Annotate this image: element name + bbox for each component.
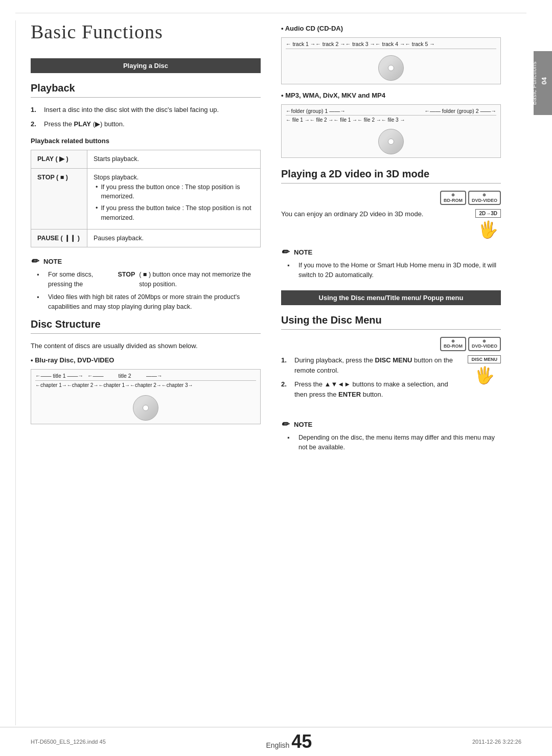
bluray-label: • Blu-ray Disc, DVD-VIDEO	[31, 356, 261, 364]
file1: ← file 1 →	[286, 117, 310, 123]
audio-cd-diagram: ← track 1 → ← track 2 → ← track 3 → ← tr…	[281, 37, 501, 84]
disc-structure-intro: The content of discs are usually divided…	[31, 341, 261, 351]
disc-menu-step-2: 2. Press the ▲▼◄► buttons to make a sele…	[281, 379, 462, 399]
margin-line-top	[15, 13, 526, 13]
tab-number: 04	[540, 77, 548, 84]
playing-disc-header: Playing a Disc	[31, 58, 261, 73]
note-title-disc: ✏ NOTE	[281, 419, 501, 430]
disc-menu-step-2-text: Press the ▲▼◄► buttons to make a selecti…	[294, 379, 462, 399]
table-row-play: PLAY ( ▶ ) Starts playback.	[31, 150, 261, 169]
disc-menu-header-text: Using the Disc menu/Title menu/ Popup me…	[319, 294, 464, 302]
page-number-area: English 45	[266, 732, 312, 751]
bluray-disc-icon	[35, 392, 256, 421]
note-list-playback: For some discs, pressing the STOP ( ■ ) …	[31, 270, 261, 311]
note-label-disc: NOTE	[294, 421, 312, 428]
bd-rom-badge: ⊕ BD-ROM	[440, 191, 466, 205]
disc-menu-hand-area: DISC MENU 🖐	[468, 355, 501, 385]
note-label-3d: NOTE	[294, 248, 312, 256]
folder2: ←—— folder (group) 2 ——→	[424, 108, 496, 114]
note-list-3d: If you move to the Home or Smart Hub Hom…	[281, 261, 501, 280]
table-row-stop: STOP ( ■ ) Stops playback. If you press …	[31, 168, 261, 229]
stop-button-value: Stops playback. If you press the button …	[87, 168, 261, 229]
bluray-bullet-text: • Blu-ray Disc, DVD-VIDEO	[31, 356, 114, 364]
stop-button-key: STOP ( ■ )	[31, 168, 87, 229]
track5: ← track 5 →	[405, 41, 434, 47]
folder1: ←folder (group) 1 ——→	[286, 108, 346, 114]
stop-note-1: If you press the button once : The stop …	[94, 182, 254, 202]
right-column: • Audio CD (CD-DA) ← track 1 → ← track 2…	[281, 20, 501, 696]
disc-circle-bluray	[133, 395, 158, 421]
page-number: 45	[291, 732, 312, 751]
track3: ← track 3 →	[346, 41, 375, 47]
disc-menu-header: Using the Disc menu/Title menu/ Popup me…	[281, 290, 501, 305]
stop-note-2: If you press the button twice : The stop…	[94, 203, 254, 223]
disc-menu-bd-circle: ⊕	[451, 339, 455, 344]
step-1-text: Insert a disc into the disc slot with th…	[44, 105, 261, 115]
note-section-disc: ✏ NOTE Depending on the disc, the menu i…	[281, 419, 501, 452]
disc-menu-dvd-label: DVD-VIDEO	[472, 343, 497, 349]
note-pen-3d-icon: ✏	[281, 246, 289, 258]
footer: HT-D6500_ELS_1226.indd 45 English 45 201…	[0, 727, 552, 756]
disc-menu-badge: DISC MENU	[468, 355, 501, 363]
margin-line-left	[15, 20, 16, 725]
chapter1: ←chapter 1→	[35, 382, 67, 388]
chapter4: ←chapter 2→	[130, 382, 162, 388]
button-table: PLAY ( ▶ ) Starts playback. STOP ( ■ ) S…	[31, 150, 261, 247]
hand-icon: 🖐	[478, 220, 498, 239]
note-pen-disc-icon: ✏	[281, 419, 289, 430]
table-row-pause: PAUSE ( ❙❙ ) Pauses playback.	[31, 229, 261, 247]
note-label-playback: NOTE	[43, 258, 62, 265]
3d-badge-hand: 2D→3D 🖐	[475, 209, 501, 239]
disc-menu-step-1: 1. During playback, press the DISC MENU …	[281, 355, 462, 375]
left-column: Basic Functions Playing a Disc Playback …	[31, 20, 261, 696]
note-section-3d: ✏ NOTE If you move to the Home or Smart …	[281, 246, 501, 280]
audio-cd-label: • Audio CD (CD-DA)	[281, 25, 501, 32]
disc-menu-step-2-num: 2.	[281, 379, 290, 399]
disc-circle-audio	[378, 55, 404, 81]
disc-menu-dvd-circle: ⊕	[482, 339, 486, 344]
3d-icons-area: ⊕ BD-ROM ⊕ DVD-VIDEO	[281, 191, 501, 205]
video-3d-title: Playing a 2D video in 3D mode	[281, 168, 501, 184]
disc-menu-step-1-text: During playback, press the DISC MENU but…	[294, 355, 462, 375]
disc-type-badges: ⊕ BD-ROM ⊕ DVD-VIDEO	[440, 191, 501, 205]
audio-cd-text: • Audio CD (CD-DA)	[281, 25, 343, 32]
mp3-text: • MP3, WMA, DivX, MKV and MP4	[281, 91, 385, 99]
dvd-icon-circle: ⊕	[482, 193, 486, 198]
note-3d-item-1: If you move to the Home or Smart Hub Hom…	[287, 261, 501, 280]
page-title: Basic Functions	[31, 20, 261, 43]
note-section-playback: ✏ NOTE For some discs, pressing the STOP…	[31, 256, 261, 311]
file3: ← file 1 →	[333, 117, 357, 123]
video-3d-intro: You can enjoy an ordinary 2D video in 3D…	[281, 209, 469, 219]
mp3-files-row: ← file 1 → ← file 2 → ← file 1 → ← file …	[286, 117, 496, 123]
note-title-playback: ✏ NOTE	[31, 256, 261, 267]
mp3-diagram: ←folder (group) 1 ——→ ←—— folder (group)…	[281, 104, 501, 158]
file2: ← file 2 →	[310, 117, 334, 123]
pause-button-value: Pauses playback.	[87, 229, 261, 247]
playback-section-title: Playback	[31, 82, 261, 98]
page-word: English	[266, 741, 289, 749]
tab-text: Basic Functions	[531, 61, 537, 105]
disc-inner-mp3	[388, 139, 394, 145]
note-list-disc: Depending on the disc, the menu items ma…	[281, 433, 501, 452]
bluray-top-row: ←—— title 1 ——→ ←—— title 2 ——→	[35, 373, 256, 381]
bluray-title1-arrows: ←—— title 1 ——→	[35, 373, 83, 379]
2d-3d-badge: 2D→3D	[475, 209, 501, 218]
disc-menu-step-1-num: 1.	[281, 355, 290, 375]
step-2: 2. Press the PLAY (▶) button.	[31, 119, 261, 129]
play-button-key: PLAY ( ▶ )	[31, 150, 87, 169]
disc-menu-steps-list: 1. During playback, press the DISC MENU …	[281, 355, 462, 403]
audio-cd-tracks: ← track 1 → ← track 2 → ← track 3 → ← tr…	[286, 41, 496, 49]
disc-circle-mp3	[378, 129, 404, 154]
file5: ← file 3 →	[381, 117, 405, 123]
dvd-video-label: DVD-VIDEO	[472, 198, 497, 203]
note-disc-item-1: Depending on the disc, the menu items ma…	[287, 433, 501, 452]
step-1-num: 1.	[31, 105, 40, 115]
bd-rom-label: BD-ROM	[444, 198, 463, 203]
step-2-num: 2.	[31, 119, 40, 129]
footer-right: 2011-12-26 3:22:26	[472, 739, 521, 745]
side-tab: 04 Basic Functions	[534, 51, 552, 115]
step-1: 1. Insert a disc into the disc slot with…	[31, 105, 261, 115]
bluray-bottom-row: ←chapter 1→ ←chapter 2→ ←chapter 1→ ←cha…	[35, 382, 256, 388]
disc-menu-type-badges: ⊕ BD-ROM ⊕ DVD-VIDEO	[440, 337, 501, 351]
disc-menu-hand-icon: 🖐	[474, 365, 495, 385]
